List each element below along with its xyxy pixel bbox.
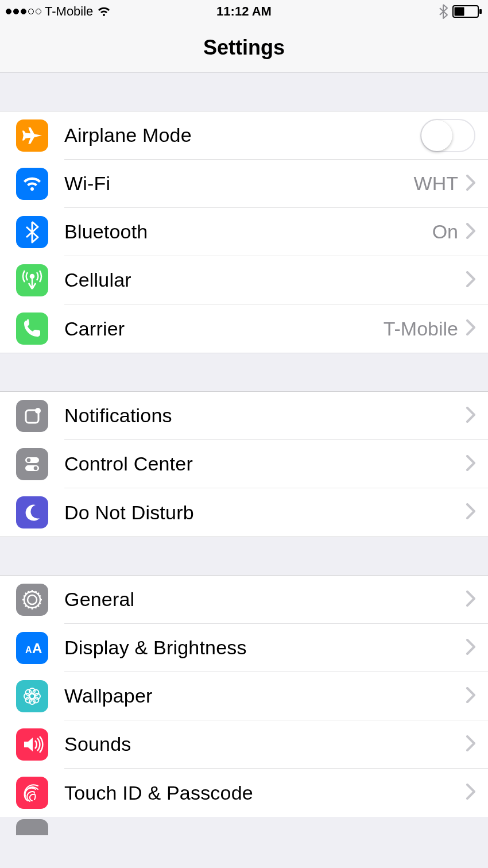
row-general[interactable]: General	[0, 576, 488, 624]
airplane-mode-toggle[interactable]	[420, 119, 475, 152]
navigation-bar: Settings	[0, 23, 488, 72]
row-label: Bluetooth	[64, 221, 432, 243]
svg-point-5	[35, 408, 41, 414]
bluetooth-icon	[16, 216, 48, 248]
section-separator	[0, 537, 488, 576]
status-right	[272, 4, 482, 19]
chevron-right-icon	[466, 591, 475, 609]
row-label: General	[64, 588, 466, 611]
row-display-brightness[interactable]: AA Display & Brightness	[0, 624, 488, 672]
airplane-icon	[16, 119, 48, 152]
clock-label: 11:12 AM	[216, 4, 272, 19]
svg-point-20	[33, 697, 38, 703]
svg-point-22	[33, 690, 38, 696]
status-left: T-Mobile	[6, 4, 216, 19]
svg-point-3	[30, 275, 34, 278]
row-label: Carrier	[64, 318, 384, 340]
chevron-right-icon	[466, 503, 475, 522]
bluetooth-status-icon	[439, 4, 448, 19]
chevron-right-icon	[466, 455, 475, 473]
chevron-right-icon	[466, 271, 475, 290]
svg-point-11	[24, 592, 40, 608]
section-separator	[0, 72, 488, 111]
flower-icon	[16, 680, 48, 712]
row-label: Wallpaper	[64, 685, 466, 707]
row-label: Do Not Disturb	[64, 501, 466, 524]
svg-point-9	[34, 466, 38, 470]
moon-icon	[16, 496, 48, 528]
page-title: Settings	[203, 36, 285, 60]
chevron-right-icon	[466, 175, 475, 193]
wifi-icon	[16, 168, 48, 200]
chevron-right-icon	[466, 639, 475, 657]
text-size-icon: AA	[16, 632, 48, 664]
row-label: Touch ID & Passcode	[64, 782, 466, 804]
speaker-icon	[16, 728, 48, 761]
row-value: T-Mobile	[384, 318, 458, 340]
row-carrier[interactable]: Carrier T-Mobile	[0, 304, 488, 353]
chevron-right-icon	[466, 735, 475, 754]
svg-point-21	[26, 697, 32, 703]
row-notifications[interactable]: Notifications	[0, 392, 488, 440]
phone-icon	[16, 313, 48, 345]
row-value: On	[432, 221, 458, 243]
section-separator	[0, 353, 488, 392]
privacy-icon	[16, 819, 48, 835]
fingerprint-icon	[16, 777, 48, 809]
chevron-right-icon	[466, 223, 475, 241]
row-value: WHT	[414, 172, 458, 195]
row-cellular[interactable]: Cellular	[0, 256, 488, 304]
row-touch-id[interactable]: Touch ID & Passcode	[0, 769, 488, 817]
row-label: Display & Brightness	[64, 636, 466, 659]
svg-point-10	[28, 595, 37, 604]
row-partial	[0, 817, 488, 835]
row-sounds[interactable]: Sounds	[0, 720, 488, 769]
chevron-right-icon	[466, 407, 475, 425]
svg-rect-2	[479, 9, 482, 14]
row-label: Airplane Mode	[64, 124, 420, 146]
status-bar: T-Mobile 11:12 AM	[0, 0, 488, 23]
row-label: Wi-Fi	[64, 172, 414, 195]
signal-strength-icon	[6, 9, 41, 14]
settings-section-alerts: Notifications Control Center Do Not Dist…	[0, 392, 488, 537]
row-label: Control Center	[64, 453, 466, 475]
chevron-right-icon	[466, 687, 475, 705]
svg-text:A: A	[25, 645, 32, 655]
battery-icon	[452, 5, 482, 18]
settings-section-general: General AA Display & Brightness Wallpape…	[0, 576, 488, 817]
row-label: Sounds	[64, 733, 466, 755]
notifications-icon	[16, 400, 48, 432]
chevron-right-icon	[466, 319, 475, 338]
svg-rect-1	[455, 7, 464, 16]
row-control-center[interactable]: Control Center	[0, 440, 488, 488]
row-bluetooth[interactable]: Bluetooth On	[0, 208, 488, 256]
chevron-right-icon	[466, 784, 475, 802]
svg-text:A: A	[32, 641, 42, 656]
row-label: Notifications	[64, 404, 466, 427]
control-center-icon	[16, 448, 48, 480]
cellular-icon	[16, 264, 48, 296]
row-label: Cellular	[64, 269, 466, 291]
row-do-not-disturb[interactable]: Do Not Disturb	[0, 488, 488, 537]
row-wifi[interactable]: Wi-Fi WHT	[0, 160, 488, 208]
row-wallpaper[interactable]: Wallpaper	[0, 672, 488, 720]
svg-point-19	[26, 690, 32, 696]
wifi-status-icon	[96, 6, 111, 17]
carrier-label: T-Mobile	[45, 4, 93, 19]
row-airplane-mode[interactable]: Airplane Mode	[0, 111, 488, 160]
settings-section-connectivity: Airplane Mode Wi-Fi WHT Bluetooth On Cel…	[0, 111, 488, 353]
gear-icon	[16, 584, 48, 616]
svg-point-7	[27, 458, 31, 462]
